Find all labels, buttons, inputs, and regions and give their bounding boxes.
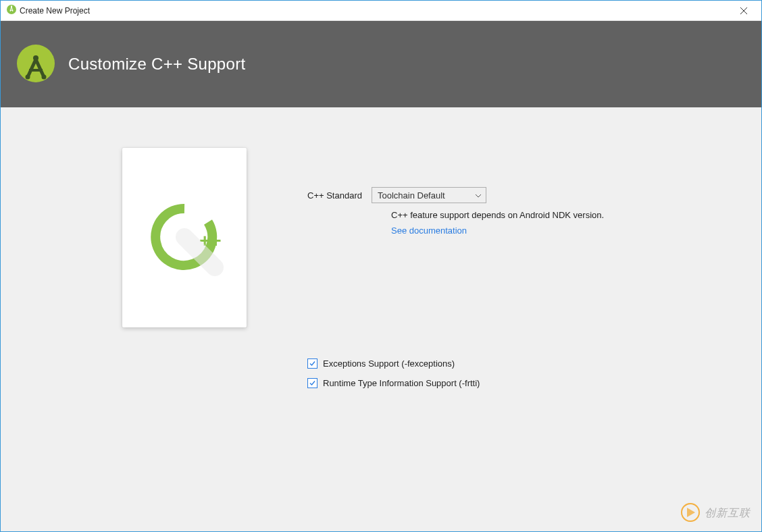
exceptions-checkbox[interactable] xyxy=(307,358,318,369)
cpp-standard-label: C++ Standard xyxy=(307,190,362,201)
rtti-label: Runtime Type Information Support (-frtti… xyxy=(323,378,480,388)
svg-point-2 xyxy=(17,45,55,82)
see-documentation-link[interactable]: See documentation xyxy=(391,225,604,236)
window-title: Create New Project xyxy=(17,6,728,16)
cpp-standard-select[interactable]: Toolchain Default xyxy=(372,187,486,203)
close-button[interactable] xyxy=(728,1,759,20)
android-studio-icon xyxy=(6,4,17,17)
watermark-text: 创新互联 xyxy=(705,506,751,521)
titlebar: Create New Project xyxy=(1,1,761,21)
cpp-help-text: C++ feature support depends on Android N… xyxy=(391,210,604,220)
dialog-body: ++ C++ Standard Toolchain Default xyxy=(1,107,761,531)
cpp-logo-icon: ++ xyxy=(144,196,225,280)
chevron-down-icon xyxy=(475,192,482,199)
close-icon xyxy=(740,7,747,14)
svg-point-1 xyxy=(11,5,12,7)
rtti-checkbox[interactable] xyxy=(307,378,318,388)
watermark-logo-icon xyxy=(680,502,701,525)
android-studio-logo-icon xyxy=(16,43,56,86)
watermark: 创新互联 xyxy=(680,502,751,525)
check-icon xyxy=(309,360,316,367)
svg-point-5 xyxy=(42,74,47,79)
cpp-preview-card: ++ xyxy=(122,148,247,327)
page-title: Customize C++ Support xyxy=(56,55,245,74)
cpp-standard-selected-value: Toolchain Default xyxy=(378,190,445,201)
exceptions-label: Exceptions Support (-fexceptions) xyxy=(323,358,455,369)
check-icon xyxy=(309,379,316,387)
form-area: C++ Standard Toolchain Default C++ featu… xyxy=(307,148,604,236)
svg-point-4 xyxy=(26,74,30,79)
header-banner: Customize C++ Support xyxy=(1,21,761,107)
dialog-window: Create New Project Customize C++ Support xyxy=(0,0,762,532)
